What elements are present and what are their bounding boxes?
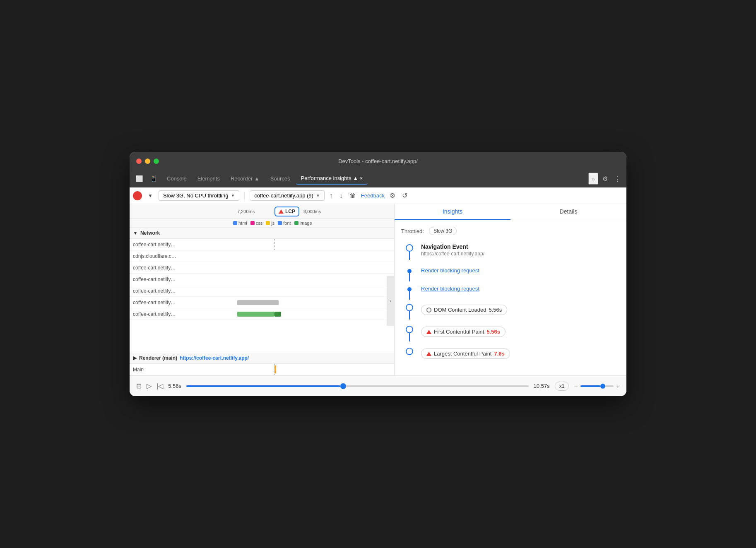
tab-strip: Console Elements Recorder ▲ Sources Perf… [162,173,587,185]
network-row-6-bars [229,297,394,308]
legend-js: js [266,221,274,226]
tab-sources[interactable]: Sources [265,173,295,184]
page-dropdown-label: coffee-cart.netlify.app (9) [254,192,313,199]
network-row-5-label: coffee-cart.netlify… [130,288,229,294]
event-fcp-line [401,325,418,341]
zoom-slider[interactable]: − + [574,382,620,390]
legend-font-label: font [283,221,291,226]
renderer-dashed-line [274,364,275,375]
right-panel: Insights Details Throttled: Slow 3G [395,204,626,375]
fcp-pill: First Contentful Paint 5.56s [421,327,506,337]
network-row-4-bars [229,274,394,285]
device-icon-btn[interactable]: 📱 [147,173,160,184]
rb1-vline [409,273,410,281]
renderer-url-link[interactable]: https://coffee-cart.netlify.app/ [180,355,249,361]
event-render-block-1: Render blocking request [401,267,620,281]
screenshot-icon-btn[interactable]: ⊡ [136,382,142,390]
minimize-button[interactable] [145,159,150,164]
delete-icon-btn[interactable]: 🗑 [348,190,358,201]
network-collapse-arrow[interactable]: ▼ [133,230,138,236]
dcl-circle [406,304,413,311]
network-row-2-label: cdnjs.cloudflare.c… [130,253,229,259]
skip-start-icon-btn[interactable]: |◁ [156,382,163,390]
network-row-7[interactable]: coffee-cart.netlify… [130,308,394,320]
separator [244,192,245,200]
network-row-5[interactable]: coffee-cart.netlify… [130,285,394,297]
maximize-button[interactable] [154,159,159,164]
zoom-level: x1 [555,382,569,391]
play-icon-btn[interactable]: ▷ [147,382,152,390]
bottom-bar: ⊡ ▷ |◁ 5.56s 10.57s x1 − + [130,375,626,396]
event-rb2-line [401,285,418,300]
playback-slider[interactable] [186,385,529,387]
render-block-link-1[interactable]: Render blocking request [421,267,620,274]
event-dcl-content: DOM Content Loaded 5.56s [418,303,620,322]
settings-icon-btn[interactable]: ⚙ [600,173,610,184]
lcp-pill: Largest Contentful Paint 7.6s [421,349,510,359]
network-row-4[interactable]: coffee-cart.netlify… [130,274,394,285]
tab-elements[interactable]: Elements [193,173,225,184]
network-row-5-bars [229,285,394,296]
page-dropdown[interactable]: coffee-cart.netlify.app (9) ▼ [250,190,325,201]
event-rb1-line [401,267,418,281]
record-button[interactable] [133,191,142,200]
tab-console[interactable]: Console [162,173,192,184]
network-throttle-dropdown[interactable]: Slow 3G, No CPU throttling ▼ [159,190,239,201]
tab-details[interactable]: Details [510,204,626,220]
nav-circle [406,244,413,252]
time-end: 10.57s [534,383,550,389]
tab-performance-insights[interactable]: Performance insights ▲ × [296,173,368,185]
zoom-plus-icon[interactable]: + [616,382,620,390]
network-row-1[interactable]: coffee-cart.netlify… [130,239,394,250]
close-button[interactable] [136,159,142,164]
throttle-value: Slow 3G [429,227,457,235]
renderer-main-row: Main [130,364,394,375]
download-icon-btn[interactable]: ↓ [338,190,344,201]
network-row-7-label: coffee-cart.netlify… [130,311,229,317]
event-navigation: Navigation Event https://coffee-cart.net… [401,243,620,263]
network-row-6[interactable]: coffee-cart.netlify… [130,297,394,308]
record-dropdown-btn[interactable]: ▼ [145,191,155,200]
devtools-window: DevTools - coffee-cart.netlify.app/ ⬜ 📱 … [130,152,626,396]
traffic-lights [136,159,159,164]
help-icon-btn[interactable]: ↺ [400,190,409,201]
legend-js-dot [266,221,270,225]
upload-icon-btn[interactable]: ↑ [328,190,335,201]
tab-toolbar: ⬜ 📱 Console Elements Recorder ▲ Sources … [130,170,626,187]
network-rows-container: coffee-cart.netlify… cdnjs.cloudflare.c…… [130,239,394,353]
network-row-2-bars [229,250,394,262]
renderer-section-label: Renderer (main) [139,355,177,361]
legend-html-dot [233,221,237,225]
settings-perf-icon-btn[interactable]: ⚙ [388,190,397,201]
legend-image: image [294,221,312,226]
rb2-vline [409,291,410,300]
chevron-down-icon: ▼ [316,193,320,198]
event-dcl-line [401,303,418,320]
secondary-toolbar: ▼ Slow 3G, No CPU throttling ▼ coffee-ca… [130,187,626,204]
collapse-panel-btn[interactable]: › [387,276,394,326]
more-tabs-button[interactable]: » [588,173,598,185]
event-fcp-content: First Contentful Paint 5.56s [418,325,620,344]
feedback-link[interactable]: Feedback [361,192,385,199]
network-row-3[interactable]: coffee-cart.netlify… [130,262,394,274]
zoom-minus-icon[interactable]: − [574,382,578,390]
more-options-icon-btn[interactable]: ⋮ [612,173,623,184]
event-rb2-content: Render blocking request [418,285,620,298]
network-section-label: Network [140,230,160,236]
lcp-warn-icon [426,352,431,356]
tab-recorder[interactable]: Recorder ▲ [226,173,265,184]
rb2-dot [407,287,412,291]
devtools-body: ▼ Slow 3G, No CPU throttling ▼ coffee-ca… [130,187,626,396]
renderer-collapse-arrow[interactable]: ▶ [133,355,137,361]
insights-content: Throttled: Slow 3G Navigation Ev [395,220,626,375]
network-row-2[interactable]: cdnjs.cloudflare.c… [130,250,394,262]
legend-image-label: image [300,221,312,226]
time-7200: 7,200ms [237,209,255,214]
legend-js-label: js [271,221,274,226]
tab-insights[interactable]: Insights [395,204,510,220]
fcp-warn-icon [426,330,431,334]
lcp-pill-value: 7.6s [494,351,504,357]
cursor-icon-btn[interactable]: ⬜ [133,173,146,184]
renderer-section-header: ▶ Renderer (main) https://coffee-cart.ne… [130,353,394,364]
render-block-link-2[interactable]: Render blocking request [421,286,620,292]
